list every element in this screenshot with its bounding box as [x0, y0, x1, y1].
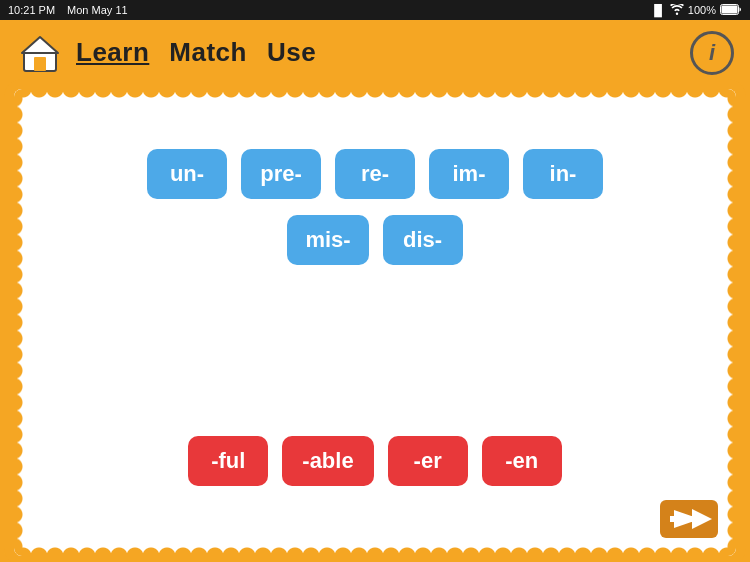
suffix-chip-ful[interactable]: -ful: [188, 436, 268, 486]
prefix-row-1: un- pre- re- im- in-: [147, 149, 603, 199]
suffix-chip-er[interactable]: -er: [388, 436, 468, 486]
status-right: ▐▌ 100%: [650, 4, 742, 17]
date: Mon May 11: [67, 4, 128, 16]
prefix-chip-in[interactable]: in-: [523, 149, 603, 199]
info-icon: i: [709, 40, 715, 66]
tab-match[interactable]: Match: [169, 37, 247, 68]
svg-marker-3: [22, 37, 58, 53]
main-card: un- pre- re- im- in- mis- dis- -ful -abl…: [14, 89, 736, 556]
battery-icon: [720, 4, 742, 17]
prefix-row-2: mis- dis-: [287, 215, 462, 265]
card-inner: un- pre- re- im- in- mis- dis- -ful -abl…: [14, 89, 736, 556]
prefix-section: un- pre- re- im- in- mis- dis-: [14, 149, 736, 265]
svg-rect-1: [722, 5, 738, 13]
home-button[interactable]: [16, 29, 64, 77]
status-left: 10:21 PM Mon May 11: [8, 4, 128, 16]
tab-use[interactable]: Use: [267, 37, 316, 68]
prefix-chip-mis[interactable]: mis-: [287, 215, 368, 265]
suffix-section: -ful -able -er -en: [14, 436, 736, 486]
nav-bar: Learn Match Use i: [0, 20, 750, 85]
prefix-chip-dis[interactable]: dis-: [383, 215, 463, 265]
tab-learn[interactable]: Learn: [76, 37, 149, 68]
arrow-right-icon: [660, 500, 718, 538]
battery-text: 100%: [688, 4, 716, 16]
prefix-chip-re[interactable]: re-: [335, 149, 415, 199]
suffix-chip-able[interactable]: -able: [282, 436, 373, 486]
home-icon: [20, 33, 60, 73]
next-arrow-button[interactable]: [660, 500, 718, 542]
nav-tabs: Learn Match Use: [76, 37, 316, 68]
svg-rect-4: [34, 57, 46, 71]
wifi-icon: [670, 4, 684, 17]
time: 10:21 PM: [8, 4, 55, 16]
prefix-chip-un[interactable]: un-: [147, 149, 227, 199]
prefix-chip-pre[interactable]: pre-: [241, 149, 321, 199]
signal-icon: ▐▌: [650, 4, 666, 16]
prefix-chip-im[interactable]: im-: [429, 149, 509, 199]
suffix-chip-en[interactable]: -en: [482, 436, 562, 486]
info-button[interactable]: i: [690, 31, 734, 75]
status-bar: 10:21 PM Mon May 11 ▐▌ 100%: [0, 0, 750, 20]
